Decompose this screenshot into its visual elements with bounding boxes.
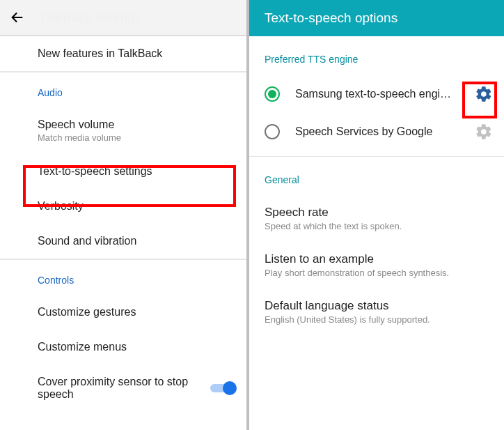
engine-label: Speech Services by Google	[295, 125, 475, 138]
section-header-audio: Audio	[0, 72, 246, 107]
right-header: Text-to-speech options	[249, 0, 504, 36]
page-title-right: Text-to-speech options	[265, 10, 397, 26]
row-verbosity[interactable]: Verbosity	[0, 189, 246, 224]
toggle-thumb	[223, 381, 237, 395]
row-listen-example[interactable]: Listen to an example Play short demonstr…	[249, 243, 504, 289]
radio-selected-icon[interactable]	[265, 86, 280, 102]
row-sublabel: English (United States) is fully support…	[265, 314, 489, 325]
engine-option-samsung[interactable]: Samsung text-to-speech engi…	[249, 75, 504, 113]
row-label: Text-to-speech settings	[38, 165, 233, 178]
google-engine-settings-button[interactable]	[475, 123, 493, 141]
row-label: Speech rate	[265, 206, 489, 220]
row-sound-vibration[interactable]: Sound and vibration	[0, 224, 246, 259]
section-label: General	[265, 174, 299, 185]
row-speech-volume[interactable]: Speech volume Match media volume	[0, 107, 246, 154]
section-label: Controls	[38, 275, 74, 286]
row-label: Listen to an example	[265, 252, 489, 266]
gear-icon	[475, 123, 493, 141]
samsung-engine-settings-button[interactable]	[475, 85, 493, 103]
row-speech-rate[interactable]: Speech rate Speed at which the text is s…	[249, 196, 504, 243]
left-header: TalkBack settings	[0, 0, 246, 36]
engine-label: Samsung text-to-speech engi…	[295, 88, 475, 100]
row-sublabel: Speed at which the text is spoken.	[265, 221, 489, 231]
row-label: Customize menus	[38, 341, 233, 353]
row-tts-settings[interactable]: Text-to-speech settings	[0, 154, 246, 189]
gear-icon	[475, 85, 493, 103]
talkback-settings-pane: TalkBack settings New features in TalkBa…	[0, 0, 249, 430]
row-label: Speech volume	[38, 118, 233, 131]
section-header-preferred-engine: Preferred TTS engine	[249, 36, 504, 75]
row-sublabel: Match media volume	[38, 132, 233, 143]
section-label: Preferred TTS engine	[265, 54, 358, 65]
row-label: Cover proximity sensor to stop speech	[38, 376, 191, 401]
section-header-controls: Controls	[0, 259, 246, 295]
engine-option-google[interactable]: Speech Services by Google	[249, 113, 504, 151]
row-label: New features in TalkBack	[38, 47, 233, 60]
row-customize-menus[interactable]: Customize menus	[0, 330, 246, 364]
row-label: Customize gestures	[38, 306, 233, 318]
proximity-toggle[interactable]	[210, 381, 237, 395]
page-title-left: TalkBack settings	[39, 10, 141, 25]
row-label: Default language status	[265, 299, 489, 313]
row-label: Sound and vibration	[38, 235, 233, 247]
row-label: Verbosity	[38, 200, 233, 213]
radio-unselected-icon[interactable]	[265, 124, 280, 139]
row-new-features[interactable]: New features in TalkBack	[0, 36, 246, 72]
back-arrow-icon[interactable]	[10, 10, 25, 25]
row-proximity-sensor[interactable]: Cover proximity sensor to stop speech	[0, 364, 246, 412]
row-default-language[interactable]: Default language status English (United …	[249, 289, 504, 336]
row-sublabel: Play short demonstration of speech synth…	[265, 268, 489, 278]
row-customize-gestures[interactable]: Customize gestures	[0, 295, 246, 330]
section-label: Audio	[38, 87, 63, 98]
section-header-general: General	[249, 157, 504, 196]
tts-options-pane: Text-to-speech options Preferred TTS eng…	[249, 0, 504, 430]
